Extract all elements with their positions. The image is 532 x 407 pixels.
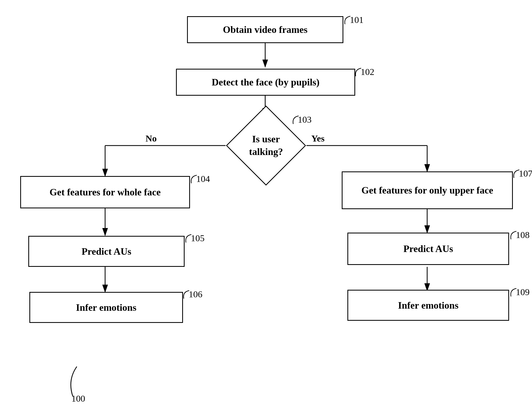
flowchart: Obtain video frames 101 Detect the face …	[0, 0, 532, 407]
predict-aus-left-label: Predict AUs	[82, 246, 131, 257]
curl-109	[508, 286, 522, 299]
yes-label: Yes	[311, 133, 324, 144]
detect-face-box: Detect the face (by pupils)	[176, 69, 355, 96]
curl-101	[342, 13, 356, 27]
curl-106	[181, 288, 195, 301]
predict-aus-left-box: Predict AUs	[28, 236, 185, 267]
get-whole-face-label: Get features for whole face	[50, 187, 161, 198]
infer-emotions-right-box: Infer emotions	[347, 290, 509, 321]
infer-emotions-left-label: Infer emotions	[76, 302, 136, 313]
curl-103	[291, 113, 304, 127]
diamond-text: Is usertalking?	[249, 133, 283, 158]
obtain-video-label: Obtain video frames	[223, 24, 308, 35]
infer-emotions-left-box: Infer emotions	[29, 292, 183, 323]
predict-aus-right-label: Predict AUs	[403, 243, 453, 254]
no-label: No	[146, 133, 157, 144]
detect-face-label: Detect the face (by pupils)	[212, 77, 320, 88]
predict-aus-right-box: Predict AUs	[347, 233, 509, 265]
get-upper-face-box: Get features for only upper face	[342, 171, 513, 209]
curl-104	[189, 173, 202, 186]
get-whole-face-box: Get features for whole face	[20, 176, 190, 208]
diamond-container: Is usertalking?	[238, 117, 294, 174]
obtain-video-box: Obtain video frames	[187, 16, 343, 43]
get-upper-face-label: Get features for only upper face	[361, 185, 493, 196]
ref-100: 100	[71, 394, 85, 404]
curl-102	[353, 65, 367, 79]
curl-108	[508, 229, 522, 242]
curl-107	[511, 167, 525, 181]
curl-105	[183, 232, 197, 245]
infer-emotions-right-label: Infer emotions	[398, 300, 458, 311]
